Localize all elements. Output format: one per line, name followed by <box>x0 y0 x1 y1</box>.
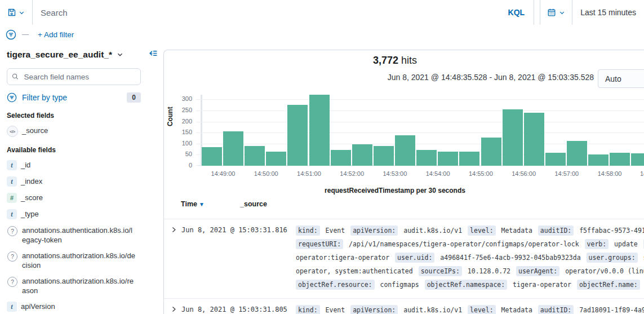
histogram-bar[interactable] <box>459 152 479 166</box>
chevron-down-icon <box>559 10 565 16</box>
filter-drag-dash-icon: — <box>22 30 29 38</box>
field-item-_index[interactable]: t _index <box>7 176 135 187</box>
unknown-field-icon: ? <box>7 251 17 262</box>
histogram-bar[interactable] <box>481 138 501 166</box>
field-item-_score[interactable]: # _score <box>7 193 135 203</box>
interval-select[interactable]: Auto <box>598 69 644 88</box>
filter-by-type-button[interactable]: Filter by type 0 <box>7 92 141 103</box>
kibana-discover-page: Search KQL Last 15 minutes <box>0 0 644 314</box>
discover-main-panel: 3,772 hits Jun 8, 2021 @ 14:48:35.528 - … <box>163 50 644 314</box>
row-timestamp: Jun 8, 2021 @ 15:03:31.816 <box>181 224 296 234</box>
row-source: kind: Event apiVersion: audit.k8s.io/v1 … <box>296 303 644 314</box>
field-item-_id[interactable]: t _id <box>7 160 135 170</box>
field-item-_type[interactable]: t _type <box>7 209 135 219</box>
field-name: _source <box>22 126 48 135</box>
gridline <box>196 122 644 122</box>
calendar-icon <box>547 8 556 17</box>
selected-fields-heading: Selected fields <box>7 112 159 120</box>
histogram-bar[interactable] <box>352 144 372 166</box>
field-value: Event <box>326 306 345 314</box>
source-line: objectRef.resource: configmaps objectRef… <box>296 278 644 291</box>
histogram-bar[interactable] <box>245 146 265 166</box>
y-tick-label: 0 <box>164 162 192 169</box>
index-pattern-switcher[interactable]: tigera_secure_ee_audit_* <box>7 50 142 60</box>
histogram-bar[interactable] <box>309 95 330 166</box>
histogram-bar[interactable] <box>395 135 415 166</box>
field-key-badge: verb: <box>585 239 609 249</box>
field-key-badge: kind: <box>296 305 320 314</box>
histogram-bar[interactable] <box>567 141 587 166</box>
x-tick-label: 14:50:00 <box>243 170 288 177</box>
field-item-annotations.authorization.k8s.io/reason[interactable]: ? annotations.authorization.k8s.io/reaso… <box>7 276 135 295</box>
x-tick-label: 14:56:00 <box>501 170 547 177</box>
x-tick-label: 14:52:00 <box>330 170 375 177</box>
filter-bar: — + Add filter <box>0 25 644 44</box>
expand-row-button[interactable] <box>170 303 181 313</box>
field-item-annotations.authentication.k8s.io/legacy-token[interactable]: ? annotations.authentication.k8s.io/lega… <box>7 225 135 245</box>
time-range-button[interactable]: Last 15 minutes <box>572 0 644 25</box>
saved-query-menu-button[interactable] <box>0 0 33 25</box>
filter-circle-icon <box>6 29 16 40</box>
histogram-bar[interactable] <box>524 113 544 166</box>
field-key-badge: auditID: <box>538 305 574 314</box>
field-key-badge: objectRef.resource: <box>296 280 375 290</box>
field-item-_source[interactable]: </> _source <box>7 126 135 137</box>
fields-sidebar: tigera_secure_ee_audit_* Filter by type … <box>0 44 159 314</box>
filter-circle-icon <box>7 92 17 103</box>
field-search-input[interactable] <box>23 72 136 82</box>
expand-row-button[interactable] <box>170 224 181 233</box>
field-key-badge: objectRef.name: <box>577 280 640 290</box>
source-field-icon: </> <box>7 126 18 137</box>
field-item-apiVersion[interactable]: t apiVersion <box>7 302 135 312</box>
field-value: 7ad18091-1f89-4a97-4 <box>579 306 644 314</box>
histogram-bar[interactable] <box>545 153 566 166</box>
filter-settings-button[interactable] <box>6 29 16 40</box>
histogram-bar[interactable] <box>610 153 630 166</box>
field-name: annotations.authorization.k8s.io/reason <box>22 276 135 295</box>
string-field-icon: t <box>7 160 17 170</box>
field-value: tigera-operator <box>513 281 571 289</box>
histogram-bar[interactable] <box>438 152 458 166</box>
unknown-field-icon: ? <box>7 277 17 287</box>
field-key-badge: requestURI: <box>296 239 343 249</box>
quick-select-menu-button[interactable] <box>540 0 572 25</box>
source-line: requestURI: /api/v1/namespaces/tigera-op… <box>296 237 644 251</box>
x-tick-label: 14:53:00 <box>372 170 418 177</box>
histogram-bar[interactable] <box>374 146 394 166</box>
string-field-icon: t <box>7 209 17 219</box>
histogram-bar[interactable] <box>266 152 286 166</box>
gridline <box>196 110 644 111</box>
field-value: audit.k8s.io/v1 <box>403 306 462 314</box>
field-search-box[interactable] <box>7 68 141 85</box>
add-filter-button[interactable]: + Add filter <box>38 30 74 39</box>
histogram-bar[interactable] <box>202 147 222 166</box>
histogram-bar[interactable] <box>503 109 523 166</box>
search-icon <box>12 73 19 81</box>
field-key-badge: apiVersion: <box>350 225 398 236</box>
field-key-badge: level: <box>468 225 496 236</box>
gap <box>534 0 540 25</box>
histogram-bar[interactable] <box>631 153 644 166</box>
kql-toggle-button[interactable]: KQL <box>499 0 535 25</box>
histogram-bar[interactable] <box>287 105 308 166</box>
histogram-time-range: Jun 8, 2021 @ 14:48:35.528 - Jun 8, 2021… <box>196 73 594 82</box>
histogram-bar[interactable] <box>331 150 351 166</box>
field-item-annotations.authorization.k8s.io/decision[interactable]: ? annotations.authorization.k8s.io/decis… <box>7 251 135 270</box>
histogram-bar[interactable] <box>416 150 437 166</box>
row-source: kind: Event apiVersion: audit.k8s.io/v1 … <box>296 224 644 291</box>
time-column-header[interactable]: Time▼ <box>181 200 205 208</box>
x-tick-label: 14: <box>640 170 644 177</box>
available-fields-list: t _id t _index # _score t _type ? annota… <box>7 160 159 314</box>
collapse-left-icon <box>148 48 158 58</box>
sort-desc-icon: ▼ <box>199 201 205 207</box>
field-value: a496841f-75e6-4acb-9932-045bab9323da <box>440 254 580 262</box>
histogram-bar[interactable] <box>223 131 243 166</box>
histogram-bar[interactable] <box>588 154 609 166</box>
search-input[interactable]: Search <box>33 0 499 25</box>
filter-by-type-label: Filter by type <box>22 93 122 102</box>
field-value: operator/v0.0.0 (linu <box>565 267 644 275</box>
field-name: annotations.authentication.k8s.io/legacy… <box>22 225 135 245</box>
field-key-badge: kind: <box>296 225 320 236</box>
hits-count: 3,772 <box>373 55 398 66</box>
y-tick-label: 250 <box>164 107 192 113</box>
